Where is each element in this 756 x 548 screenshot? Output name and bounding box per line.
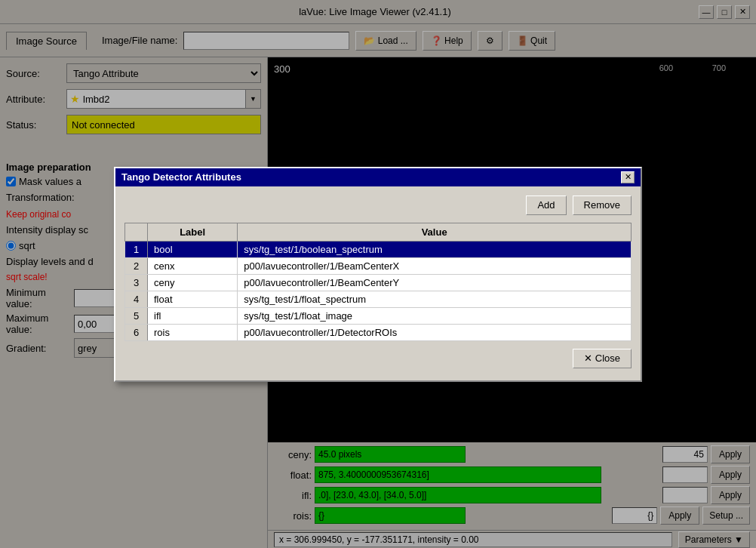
modal-overlay: Tango Detector Attributes ✕ Add Remove L…: [0, 0, 756, 548]
table-cell-num: 5: [125, 307, 148, 324]
table-row[interactable]: 5 ifl sys/tg_test/1/float_image: [125, 307, 632, 324]
modal-titlebar-close-btn[interactable]: ✕: [621, 171, 635, 183]
table-header-num: [125, 223, 148, 241]
modal-footer: ✕ Close: [124, 341, 632, 371]
add-button[interactable]: Add: [526, 195, 566, 215]
table-row[interactable]: 3 ceny p00/lavuecontroller/1/BeamCenterY: [125, 274, 632, 291]
table-cell-num: 6: [125, 324, 148, 340]
table-cell-num: 1: [125, 241, 148, 257]
table-row[interactable]: 1 bool sys/tg_test/1/boolean_spectrum: [125, 241, 632, 257]
table-row[interactable]: 2 cenx p00/lavuecontroller/1/BeamCenterX: [125, 257, 632, 274]
table-cell-value: sys/tg_test/1/float_spectrum: [238, 291, 632, 307]
table-cell-num: 3: [125, 274, 148, 291]
table-row[interactable]: 4 float sys/tg_test/1/float_spectrum: [125, 291, 632, 307]
table-cell-label: ceny: [148, 274, 238, 291]
modal-titlebar: Tango Detector Attributes ✕: [115, 168, 641, 186]
modal-body: Add Remove Label Value 1 bool sys/tg_tes…: [115, 186, 641, 380]
table-cell-label: bool: [148, 241, 238, 257]
tango-detector-modal: Tango Detector Attributes ✕ Add Remove L…: [114, 167, 642, 382]
table-cell-value: p00/lavuecontroller/1/BeamCenterX: [238, 257, 632, 274]
table-cell-value: sys/tg_test/1/boolean_spectrum: [238, 241, 632, 257]
table-cell-label: rois: [148, 324, 238, 340]
remove-button[interactable]: Remove: [573, 195, 632, 215]
table-header-label: Label: [148, 223, 238, 241]
table-cell-value: sys/tg_test/1/float_image: [238, 307, 632, 324]
modal-close-button[interactable]: ✕ Close: [573, 349, 632, 368]
table-cell-num: 4: [125, 291, 148, 307]
detector-attributes-table: Label Value 1 bool sys/tg_test/1/boolean…: [124, 223, 632, 341]
modal-title: Tango Detector Attributes: [121, 171, 241, 183]
modal-toolbar: Add Remove: [124, 195, 632, 215]
table-cell-label: float: [148, 291, 238, 307]
table-cell-value: p00/lavuecontroller/1/DetectorROIs: [238, 324, 632, 340]
table-cell-label: cenx: [148, 257, 238, 274]
table-cell-label: ifl: [148, 307, 238, 324]
table-cell-value: p00/lavuecontroller/1/BeamCenterY: [238, 274, 632, 291]
table-header-value: Value: [238, 223, 632, 241]
table-cell-num: 2: [125, 257, 148, 274]
table-row[interactable]: 6 rois p00/lavuecontroller/1/DetectorROI…: [125, 324, 632, 340]
